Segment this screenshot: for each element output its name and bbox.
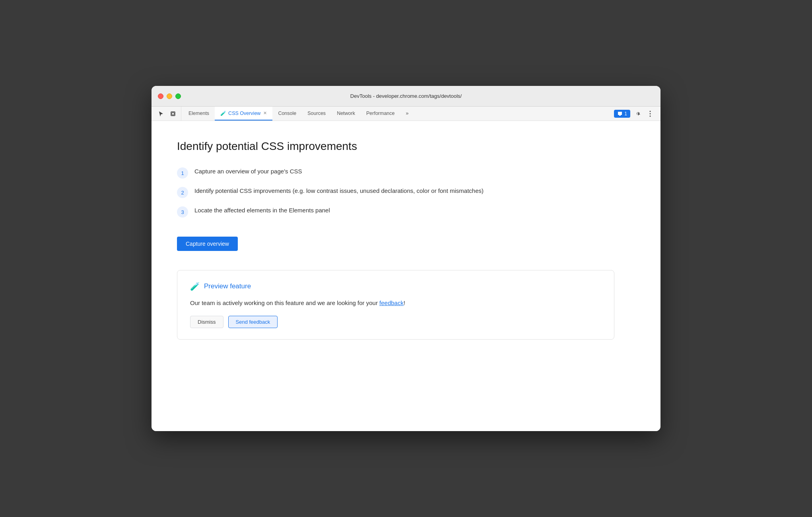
step-item-3: 3 Locate the affected elements in the El…	[177, 206, 635, 218]
preview-action-buttons: Dismiss Send feedback	[190, 316, 601, 328]
flask-icon: 🧪	[190, 282, 200, 291]
tab-console[interactable]: Console	[272, 107, 302, 121]
step-number-3: 3	[177, 206, 188, 218]
flask-tab-icon: 🧪	[220, 111, 226, 116]
preview-feature-title: Preview feature	[204, 282, 251, 290]
cursor-icon[interactable]	[155, 108, 167, 119]
badge-count: 1	[624, 111, 627, 117]
tab-sources[interactable]: Sources	[302, 107, 331, 121]
tab-more[interactable]: »	[400, 107, 414, 121]
devtools-window: DevTools - developer.chrome.com/tags/dev…	[152, 86, 660, 431]
steps-list: 1 Capture an overview of your page's CSS…	[177, 167, 635, 218]
step-item-1: 1 Capture an overview of your page's CSS	[177, 167, 635, 179]
svg-point-3	[650, 113, 651, 114]
main-content: Identify potential CSS improvements 1 Ca…	[152, 121, 660, 431]
step-text-3: Locate the affected elements in the Elem…	[194, 206, 330, 215]
step-item-2: 2 Identify potential CSS improvements (e…	[177, 187, 635, 198]
maximize-button[interactable]	[175, 93, 181, 99]
close-button[interactable]	[158, 93, 163, 99]
capture-overview-button[interactable]: Capture overview	[177, 237, 238, 251]
send-feedback-button[interactable]: Send feedback	[228, 316, 278, 328]
toolbar-icon-group	[153, 107, 181, 121]
devtools-toolbar: Elements 🧪 CSS Overview ✕ Console Source…	[152, 107, 660, 121]
minimize-button[interactable]	[167, 93, 172, 99]
step-text-2: Identify potential CSS improvements (e.g…	[194, 187, 484, 196]
preview-text-before-link: Our team is actively working on this fea…	[190, 299, 379, 306]
step-text-1: Capture an overview of your page's CSS	[194, 167, 302, 176]
settings-button[interactable]	[632, 108, 643, 119]
layers-icon[interactable]	[167, 108, 179, 119]
notifications-badge-button[interactable]: 1	[614, 110, 630, 118]
titlebar: DevTools - developer.chrome.com/tags/dev…	[152, 86, 660, 107]
preview-feature-text: Our team is actively working on this fea…	[190, 298, 601, 308]
tab-network[interactable]: Network	[331, 107, 361, 121]
tab-close-icon[interactable]: ✕	[263, 111, 267, 115]
tab-performance[interactable]: Performance	[361, 107, 400, 121]
dismiss-button[interactable]: Dismiss	[190, 316, 223, 328]
svg-rect-1	[172, 113, 174, 115]
page-title: Identify potential CSS improvements	[177, 140, 635, 153]
tabs-bar: Elements 🧪 CSS Overview ✕ Console Source…	[183, 107, 611, 121]
svg-point-2	[650, 111, 651, 112]
preview-feature-card: 🧪 Preview feature Our team is actively w…	[177, 270, 614, 340]
svg-point-4	[650, 115, 651, 117]
tab-elements[interactable]: Elements	[183, 107, 215, 121]
more-options-button[interactable]	[645, 108, 656, 119]
step-number-1: 1	[177, 167, 188, 179]
preview-header: 🧪 Preview feature	[190, 282, 601, 291]
window-title: DevTools - developer.chrome.com/tags/dev…	[350, 93, 462, 99]
tab-css-overview[interactable]: 🧪 CSS Overview ✕	[215, 107, 272, 121]
traffic-lights	[158, 93, 181, 99]
step-number-2: 2	[177, 187, 188, 198]
toolbar-right-actions: 1	[611, 107, 659, 121]
feedback-link[interactable]: feedback	[379, 299, 404, 306]
preview-text-after-link: !	[404, 299, 405, 306]
